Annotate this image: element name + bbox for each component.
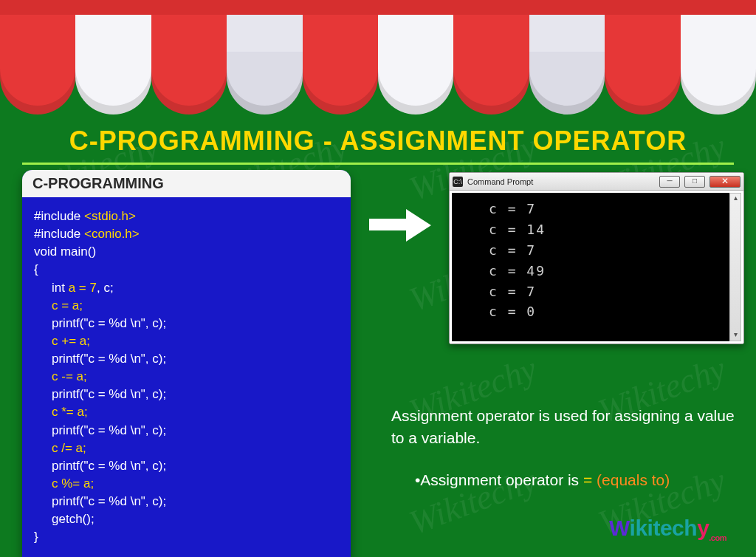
wikitechy-logo: Wikitechy.com [609, 516, 726, 542]
code-line: void main() [34, 243, 339, 261]
page-title: C-PROGRAMMING - ASSIGNMENT OPERATOR [22, 126, 734, 165]
code-line: c /= a; [34, 440, 339, 457]
arrow-icon [369, 211, 436, 240]
console-icon: C:\ [453, 177, 463, 187]
code-panel: C-PROGRAMMING #include <stdio.h>#include… [22, 170, 351, 557]
code-line: getch(); [34, 510, 339, 528]
code-line: printf("c = %d \n", c); [34, 350, 339, 368]
window-title-text: Command Prompt [467, 177, 533, 186]
minimize-button[interactable]: ─ [659, 176, 680, 188]
console-output: c = 7 c = 14 c = 7 c = 49 c = 7 c = 0 [452, 193, 729, 341]
code-line: { [34, 261, 339, 278]
code-line: printf("c = %d \n", c); [34, 493, 339, 510]
maximize-button[interactable]: □ [684, 176, 705, 188]
window-titlebar: C:\ Command Prompt ─ □ ✕ [450, 173, 743, 191]
code-line: c += a; [34, 332, 339, 350]
code-line: printf("c = %d \n", c); [34, 422, 339, 440]
awning [0, 0, 756, 115]
code-body: #include <stdio.h>#include <conio.h>void… [22, 197, 351, 557]
code-line: printf("c = %d \n", c); [34, 315, 339, 332]
code-line: printf("c = %d \n", c); [34, 386, 339, 403]
explanation-text: Assignment operator is used for assignin… [391, 405, 738, 491]
code-line: } [34, 528, 339, 546]
console-scrollbar[interactable] [729, 193, 741, 341]
code-line: int a = 7, c; [34, 279, 339, 297]
code-line: c = a; [34, 297, 339, 315]
awning-top-bar [0, 0, 756, 15]
code-line: c %= a; [34, 475, 339, 493]
explain-line-1: Assignment operator is used for assignin… [391, 405, 738, 450]
code-line: printf("c = %d \n", c); [34, 457, 339, 475]
close-button[interactable]: ✕ [709, 176, 740, 188]
command-prompt-window: C:\ Command Prompt ─ □ ✕ c = 7 c = 14 c … [449, 172, 744, 344]
code-line: #include <stdio.h> [34, 208, 339, 225]
explain-bullet: •Assignment operator is = (equals to) [391, 469, 738, 491]
code-panel-header: C-PROGRAMMING [22, 170, 351, 197]
code-line: #include <conio.h> [34, 225, 339, 243]
code-line: c *= a; [34, 403, 339, 421]
code-line: c -= a; [34, 368, 339, 386]
